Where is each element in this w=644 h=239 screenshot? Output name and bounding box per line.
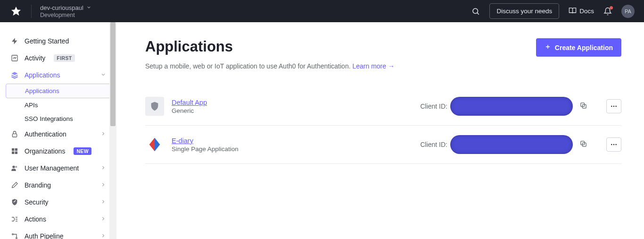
sidebar-item-activity[interactable]: ActivityFIRST <box>6 50 111 67</box>
sidebar-item-label: User Management <box>25 164 79 172</box>
client-id-label: Client ID: <box>420 102 447 110</box>
svg-rect-5 <box>15 148 17 151</box>
app-actions-button[interactable] <box>606 137 621 152</box>
svg-rect-4 <box>12 148 14 151</box>
sidebar-subitem-sso-integrations[interactable]: SSO Integrations <box>20 112 111 126</box>
sidebar-item-label: Organizations <box>25 147 65 155</box>
user-avatar[interactable]: PA <box>621 5 635 18</box>
vertical-separator <box>31 5 32 18</box>
sidebar-subitem-applications[interactable]: Applications <box>6 84 111 98</box>
application-row: Default AppGenericClient ID: <box>145 87 621 126</box>
learn-more-link[interactable]: Learn more → <box>352 62 394 70</box>
app-actions-button[interactable] <box>606 99 621 113</box>
sidebar-item-label: Getting Started <box>25 37 69 45</box>
shield-icon <box>10 198 19 206</box>
chevron-right-icon <box>100 181 106 189</box>
tenant-name: dev-curiouspaul <box>40 4 83 11</box>
applications-list: Default AppGenericClient ID:E-diarySingl… <box>145 87 621 164</box>
scrollbar-track <box>109 22 116 239</box>
plus-icon <box>545 43 551 51</box>
svg-point-23 <box>615 144 616 145</box>
app-logo-ediary <box>145 135 164 154</box>
svg-rect-3 <box>12 134 17 137</box>
arrow-right-icon: → <box>388 62 395 70</box>
svg-point-16 <box>611 106 612 107</box>
chevron-right-icon <box>100 164 106 172</box>
create-application-button[interactable]: Create Application <box>536 38 621 57</box>
app-name-link[interactable]: Default App <box>172 99 207 106</box>
copy-client-id-button[interactable] <box>579 140 587 149</box>
app-name-link[interactable]: E-diary <box>172 137 239 145</box>
search-icon[interactable] <box>471 7 480 16</box>
sidebar-item-security[interactable]: Security <box>6 194 111 211</box>
svg-point-11 <box>16 238 17 239</box>
top-bar: dev-curiouspaul Development Discuss your… <box>0 0 644 22</box>
sidebar-item-actions[interactable]: Actions <box>6 211 111 228</box>
chevron-down-icon <box>86 4 91 11</box>
page-subtitle: Setup a mobile, web or IoT application t… <box>145 62 621 70</box>
lock-icon <box>10 130 19 138</box>
brush-icon <box>10 181 19 189</box>
sidebar-item-label: Branding <box>25 181 51 189</box>
create-application-label: Create Application <box>555 44 613 51</box>
notifications-button[interactable] <box>603 7 612 16</box>
client-id-redacted <box>450 135 573 154</box>
svg-point-17 <box>613 106 614 107</box>
copy-client-id-button[interactable] <box>579 102 587 111</box>
svg-point-0 <box>473 9 478 14</box>
sidebar-item-user-management[interactable]: User Management <box>6 160 111 177</box>
svg-line-1 <box>478 13 479 14</box>
svg-point-22 <box>613 144 614 145</box>
bolt-icon <box>10 37 19 45</box>
book-icon <box>569 7 577 16</box>
pipeline-icon <box>10 232 19 239</box>
sidebar-item-applications[interactable]: Applications <box>6 67 111 84</box>
chart-icon <box>10 54 19 62</box>
docs-link[interactable]: Docs <box>569 7 594 16</box>
sidebar-item-label: Authentication <box>25 130 66 138</box>
chevron-right-icon <box>100 215 106 223</box>
sidebar-item-branding[interactable]: Branding <box>6 177 111 194</box>
application-row: E-diarySingle Page ApplicationClient ID: <box>145 126 621 164</box>
chevron-right-icon <box>100 130 106 138</box>
layers-icon <box>10 71 19 79</box>
app-type: Single Page Application <box>172 145 239 153</box>
docs-label: Docs <box>579 8 594 15</box>
page-title: Applications <box>145 38 233 55</box>
client-id-label: Client ID: <box>420 141 447 148</box>
svg-rect-7 <box>15 152 17 154</box>
users-icon <box>10 164 19 172</box>
discuss-needs-button[interactable]: Discuss your needs <box>489 3 559 19</box>
sidebar-subitem-apis[interactable]: APIs <box>20 98 111 112</box>
scrollbar-thumb[interactable] <box>110 22 116 126</box>
sidebar-item-getting-started[interactable]: Getting Started <box>6 33 111 50</box>
svg-point-21 <box>611 144 612 145</box>
grid-icon <box>10 147 19 155</box>
tenant-switcher[interactable]: dev-curiouspaul Development <box>40 4 91 18</box>
svg-point-9 <box>15 166 17 168</box>
sidebar: Getting StartedActivityFIRSTApplications… <box>0 22 117 239</box>
sidebar-item-label: Actions <box>25 215 46 223</box>
sidebar-item-label: Security <box>25 198 49 206</box>
chevron-right-icon <box>100 232 106 239</box>
notification-dot <box>610 6 613 9</box>
chevron-right-icon <box>100 198 106 206</box>
badge-new: NEW <box>74 147 91 155</box>
sidebar-item-authentication[interactable]: Authentication <box>6 126 111 143</box>
sidebar-item-auth-pipeline[interactable]: Auth Pipeline <box>6 228 111 239</box>
badge-first: FIRST <box>54 54 74 62</box>
svg-point-10 <box>12 234 14 235</box>
app-type: Generic <box>172 107 207 114</box>
app-logo-default <box>145 97 164 116</box>
svg-point-8 <box>12 166 15 168</box>
svg-point-18 <box>615 106 616 107</box>
svg-rect-6 <box>12 152 14 154</box>
flow-icon <box>10 215 19 223</box>
auth0-logo <box>9 5 23 18</box>
sidebar-item-label: Activity <box>25 54 45 62</box>
sidebar-item-label: Auth Pipeline <box>25 232 64 239</box>
sidebar-item-label: Applications <box>25 71 60 79</box>
sidebar-item-organizations[interactable]: OrganizationsNEW <box>6 143 111 160</box>
tenant-env: Development <box>40 12 91 18</box>
chevron-down-icon <box>100 71 106 79</box>
